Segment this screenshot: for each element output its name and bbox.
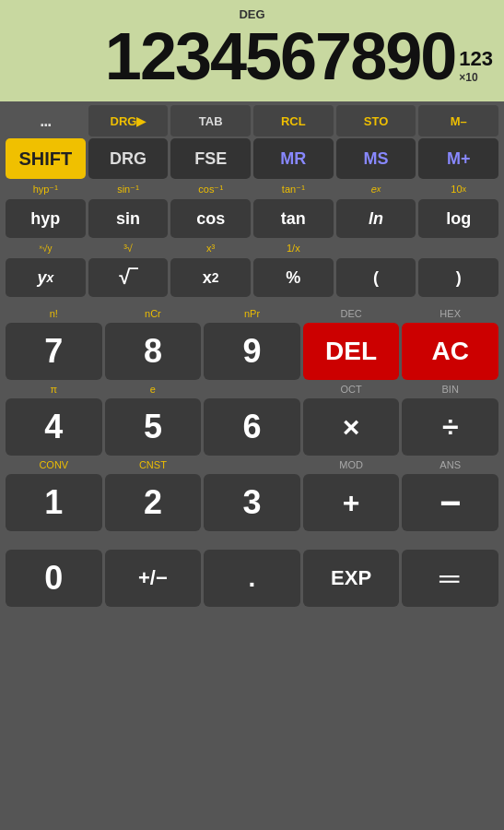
label-nfact: n! [6,306,102,321]
log-button[interactable]: log [418,199,498,238]
shift-row: SHIFT DRG FSE MR MS M+ [6,138,498,179]
exponent-area: 123 ×10 [459,47,493,84]
sci-label-tan-inv: tan⁻¹ [253,181,334,197]
num-row-3: 1 2 3 + − [6,474,498,531]
num-label-row-3: CONV CNST MOD ANS [6,457,498,472]
x10-label: ×10 [459,71,477,84]
cos-button[interactable]: cos [170,199,251,238]
spacer [6,299,498,304]
btn-6[interactable]: 6 [204,398,300,456]
btn-2[interactable]: 2 [105,474,202,531]
minus-button[interactable]: − [402,474,498,531]
sci-label-hyp-inv: hyp⁻¹ [6,181,86,197]
label-pi: π [6,382,102,397]
sci-label-xrooty: ˣ√y [6,240,86,256]
equals-button[interactable]: ═ [402,550,498,607]
label-empty-7 [204,533,300,548]
fse-button[interactable]: FSE [170,138,251,179]
percent-button[interactable]: % [253,258,334,297]
label-conv: CONV [6,457,102,472]
dots-button[interactable]: ... [6,105,86,136]
label-cnst: CNST [105,457,202,472]
label-empty-3 [204,382,300,397]
btn-7[interactable]: 7 [6,323,102,380]
plus-button[interactable]: + [303,474,400,531]
lparen-button[interactable]: ( [336,258,416,297]
calculator-body: ... DRG▶ TAB RCL STO M– SHIFT DRG FSE MR… [0,101,504,830]
decimal-button[interactable]: . [204,550,300,607]
sci-label-row-2: ˣ√y ³√ x³ 1/x [6,240,498,256]
sci-label-cos-inv: cos⁻¹ [170,181,251,197]
drg-button[interactable]: DRG [88,138,169,179]
del-button[interactable]: DEL [303,323,400,380]
yx-button[interactable]: yx [6,258,86,297]
num-row-2: 4 5 6 × ÷ [6,398,498,456]
btn-1[interactable]: 1 [6,474,102,531]
btn-3[interactable]: 3 [204,474,300,531]
label-empty-4 [204,457,300,472]
display-area: DEG 1234567890 123 ×10 [0,0,504,101]
label-dec: DEC [303,306,400,321]
btn-5[interactable]: 5 [105,398,202,456]
sci-label-10x: 10x [418,181,498,197]
btn-8[interactable]: 8 [105,323,202,380]
sci-btn-row-1: hyp sin cos tan ln log [6,199,498,238]
num-row-4: 0 +/− . EXP ═ [6,550,498,607]
label-empty-8 [303,533,400,548]
sci-btn-row-2: yx √‾ x2 % ( ) [6,258,498,297]
label-hex: HEX [402,306,498,321]
label-npr: nPr [204,306,300,321]
num-row-1: 7 8 9 DEL AC [6,323,498,380]
shift-button[interactable]: SHIFT [6,138,86,179]
mplus-button[interactable]: M+ [418,138,498,179]
label-oct: OCT [303,382,400,397]
utility-row: ... DRG▶ TAB RCL STO M– [6,105,498,136]
label-empty-9 [402,533,498,548]
sci-label-ex: ex [336,181,416,197]
label-ncr: nCr [105,306,202,321]
hyp-button[interactable]: hyp [6,199,86,238]
sqrt-button[interactable]: √‾ [88,258,169,297]
btn-9[interactable]: 9 [204,323,300,380]
sci-label-empty2 [418,240,498,256]
sci-label-empty1 [336,240,416,256]
exp-button[interactable]: EXP [303,550,400,607]
rcl-button[interactable]: RCL [253,105,334,136]
num-label-row-2: π e OCT BIN [6,382,498,397]
sto-button[interactable]: STO [336,105,416,136]
divide-button[interactable]: ÷ [402,398,498,456]
multiply-button[interactable]: × [303,398,400,456]
num-label-row-1: n! nCr nPr DEC HEX [6,306,498,321]
mminus-button[interactable]: M– [418,105,498,136]
ln-button[interactable]: ln [336,199,416,238]
plusminus-button[interactable]: +/− [105,550,202,607]
sci-label-1x: 1/x [253,240,334,256]
tab-button[interactable]: TAB [170,105,251,136]
ac-button[interactable]: AC [402,323,498,380]
btn-0[interactable]: 0 [6,550,102,607]
main-number: 1234567890 [105,23,455,89]
main-number-row: 1234567890 123 ×10 [11,23,493,89]
sin-button[interactable]: sin [88,199,169,238]
sci-label-x3: x³ [170,240,251,256]
sci-label-3root: ³√ [88,240,169,256]
tan-button[interactable]: tan [253,199,334,238]
sci-label-sin-inv: sin⁻¹ [88,181,169,197]
label-e: e [105,382,202,397]
label-empty-6 [105,533,202,548]
ms-button[interactable]: MS [336,138,416,179]
mr-button[interactable]: MR [253,138,334,179]
num-label-row-4 [6,533,498,548]
x2-button[interactable]: x2 [170,258,251,297]
rparen-button[interactable]: ) [418,258,498,297]
btn-4[interactable]: 4 [6,398,102,456]
exp-value: 123 [459,47,493,71]
drg-arrow-button[interactable]: DRG▶ [88,105,169,136]
sci-label-row-1: hyp⁻¹ sin⁻¹ cos⁻¹ tan⁻¹ ex 10x [6,181,498,197]
label-mod: MOD [303,457,400,472]
label-ans: ANS [402,457,498,472]
label-empty-5 [6,533,102,548]
label-bin: BIN [402,382,498,397]
